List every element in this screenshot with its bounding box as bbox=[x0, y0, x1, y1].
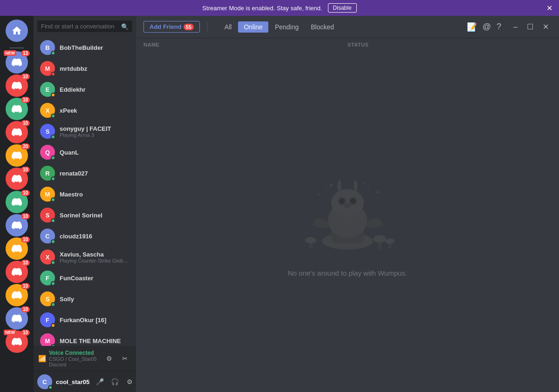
search-input[interactable] bbox=[37, 20, 132, 32]
svg-point-8 bbox=[344, 203, 351, 208]
username: cool_star05 bbox=[56, 378, 89, 385]
svg-point-3 bbox=[331, 189, 364, 217]
dm-search-area: 🔍 bbox=[34, 16, 136, 37]
list-item[interactable]: Mmrtdubbz bbox=[35, 58, 134, 79]
list-item[interactable]: XXavius, SaschaPlaying Counter-Strike Gl… bbox=[35, 247, 134, 267]
svg-point-7 bbox=[351, 199, 355, 203]
list-item[interactable]: Rrenata027 bbox=[35, 163, 134, 183]
list-item[interactable]: Ssonyguy | FACEITPlaying Arma 3 bbox=[35, 121, 134, 142]
user-status-dot bbox=[48, 385, 53, 390]
server-icon-3[interactable]: 10 bbox=[6, 98, 28, 120]
voice-connected: 📶 Voice Connected CSGO / Cool_Star05 Dis… bbox=[38, 350, 131, 367]
window-controls: – ☐ ✕ bbox=[511, 21, 552, 32]
empty-text: No one's around to play with Wumpus. bbox=[288, 269, 407, 277]
server-icon-9[interactable]: 10 bbox=[6, 237, 28, 260]
new-dm-icon[interactable]: 📝 bbox=[467, 22, 477, 32]
server-icon-6[interactable]: 10 bbox=[6, 168, 28, 190]
list-item[interactable]: SSorinel Sorinel bbox=[35, 205, 134, 225]
svg-point-15 bbox=[330, 184, 333, 187]
nav-tabs: All Online Pending Blocked bbox=[219, 21, 340, 33]
col-name-header: NAME bbox=[143, 42, 348, 47]
list-item[interactable]: XxPeek bbox=[35, 100, 134, 121]
voice-channel: CSGO / Cool_Star05 Discord bbox=[49, 356, 100, 367]
add-friend-button[interactable]: Add Friend 55 bbox=[143, 21, 200, 33]
list-item[interactable]: MMaestro bbox=[35, 184, 134, 204]
mention-icon[interactable]: @ bbox=[483, 22, 491, 32]
tab-pending[interactable]: Pending bbox=[269, 21, 304, 33]
dm-panel: 🔍 BBobTheBuilderMmrtdubbzEEddiekhrXxPeek… bbox=[34, 16, 136, 392]
voice-actions: ⚙ ✂ bbox=[102, 352, 131, 365]
user-bar-actions: 🎤 🎧 ⚙ bbox=[93, 375, 136, 388]
separator bbox=[207, 22, 208, 32]
top-bar: Add Friend 55 All Online Pending Blocked… bbox=[136, 16, 559, 38]
list-item[interactable]: MMOLE THE MACHINE bbox=[35, 331, 134, 346]
col-status-header: STATUS bbox=[348, 42, 552, 47]
server-icon-4[interactable]: 10 bbox=[6, 121, 28, 143]
server-icon-10[interactable]: 10 bbox=[6, 261, 28, 283]
add-friend-badge: 55 bbox=[184, 24, 194, 30]
tab-all[interactable]: All bbox=[219, 21, 238, 33]
svg-point-18 bbox=[318, 194, 320, 196]
server-icon-7[interactable]: 10 bbox=[6, 191, 28, 213]
tab-online[interactable]: Online bbox=[238, 21, 268, 33]
list-item[interactable]: EEddiekhr bbox=[35, 79, 134, 100]
friends-empty-state: No one's around to play with Wumpus. bbox=[136, 52, 559, 392]
list-item[interactable]: BBobTheBuilder bbox=[35, 37, 134, 58]
search-wrap: 🔍 bbox=[37, 20, 132, 32]
server-icon-1[interactable]: 13NEW bbox=[6, 51, 28, 74]
wumpus-illustration bbox=[287, 167, 408, 260]
svg-point-10 bbox=[373, 235, 386, 243]
close-icon[interactable]: ✕ bbox=[546, 4, 552, 13]
voice-settings-button[interactable]: ⚙ bbox=[102, 352, 116, 365]
list-item[interactable]: SSolly bbox=[35, 289, 134, 309]
user-bar: C cool_star05 🎤 🎧 ⚙ bbox=[34, 371, 136, 392]
window-close-button[interactable]: ✕ bbox=[540, 21, 552, 32]
streamer-banner: Streamer Mode is enabled. Stay safe, fri… bbox=[0, 0, 559, 16]
list-item[interactable]: FFunCoaster bbox=[35, 268, 134, 288]
svg-point-16 bbox=[363, 182, 365, 184]
search-icon: 🔍 bbox=[121, 23, 129, 30]
list-item[interactable]: Ccloudz1916 bbox=[35, 226, 134, 246]
add-friend-label: Add Friend bbox=[150, 23, 182, 30]
svg-point-20 bbox=[326, 189, 327, 190]
mute-button[interactable]: 🎤 bbox=[93, 375, 106, 388]
svg-point-6 bbox=[340, 199, 344, 203]
avatar-initial: C bbox=[42, 378, 47, 385]
svg-point-12 bbox=[385, 238, 395, 244]
svg-point-19 bbox=[368, 189, 369, 190]
server-icon-11[interactable]: 10 bbox=[6, 284, 28, 306]
server-icon-home[interactable] bbox=[6, 20, 28, 42]
user-settings-button[interactable]: ⚙ bbox=[123, 375, 136, 388]
server-divider bbox=[9, 47, 24, 48]
voice-disconnect-button[interactable]: ✂ bbox=[118, 352, 131, 365]
voice-text: Voice Connected CSGO / Cool_Star05 Disco… bbox=[49, 350, 100, 367]
avatar: C bbox=[37, 374, 52, 389]
help-icon[interactable]: ? bbox=[497, 22, 501, 32]
server-icon-8[interactable]: 10 bbox=[6, 214, 28, 237]
svg-point-17 bbox=[377, 191, 379, 194]
minimize-button[interactable]: – bbox=[511, 21, 520, 32]
server-list-container: 13NEW101010201010101010101010NEW bbox=[6, 51, 28, 354]
voice-icon: 📶 bbox=[38, 355, 46, 362]
friends-table-header: NAME STATUS bbox=[136, 38, 559, 52]
main-content: Add Friend 55 All Online Pending Blocked… bbox=[136, 16, 559, 392]
disable-button[interactable]: Disable bbox=[328, 3, 357, 13]
server-icon-2[interactable]: 10 bbox=[6, 74, 28, 97]
tab-blocked[interactable]: Blocked bbox=[305, 21, 340, 33]
top-bar-actions: 📝 @ ? – ☐ ✕ bbox=[467, 21, 552, 32]
server-icon-12[interactable]: 10 bbox=[6, 307, 28, 330]
maximize-button[interactable]: ☐ bbox=[524, 21, 536, 32]
svg-point-14 bbox=[305, 237, 316, 243]
voice-label: Voice Connected bbox=[49, 350, 100, 356]
deafen-button[interactable]: 🎧 bbox=[108, 375, 121, 388]
dm-list: BBobTheBuilderMmrtdubbzEEddiekhrXxPeekSs… bbox=[34, 37, 136, 346]
server-icon-13[interactable]: 10NEW bbox=[6, 331, 28, 353]
voice-bar: 📶 Voice Connected CSGO / Cool_Star05 Dis… bbox=[34, 346, 136, 371]
banner-text: Streamer Mode is enabled. Stay safe, fri… bbox=[202, 5, 322, 12]
list-item[interactable]: QQuanL bbox=[35, 142, 134, 162]
server-list: 13NEW101010201010101010101010NEW bbox=[0, 16, 34, 392]
app-body: 13NEW101010201010101010101010NEW 🔍 BBobT… bbox=[0, 16, 559, 392]
list-item[interactable]: FFurkanOkur [16] bbox=[35, 310, 134, 330]
server-icon-5[interactable]: 20 bbox=[6, 144, 28, 167]
